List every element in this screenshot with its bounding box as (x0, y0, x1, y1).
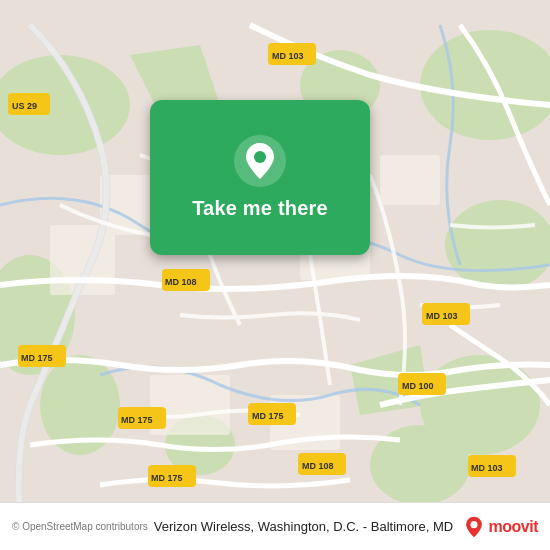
svg-text:MD 175: MD 175 (21, 353, 53, 363)
moovit-logo: moovit (463, 516, 538, 538)
svg-text:MD 103: MD 103 (272, 51, 304, 61)
take-me-there-label: Take me there (192, 197, 328, 220)
svg-rect-13 (380, 155, 440, 205)
copyright-text: © OpenStreetMap contributors (12, 521, 148, 532)
svg-text:MD 175: MD 175 (151, 473, 183, 483)
action-card[interactable]: Take me there (150, 100, 370, 255)
moovit-brand-label: moovit (489, 518, 538, 536)
svg-point-2 (445, 200, 550, 290)
map-container: US 29 MD 103 MD 108 MD 108 MD 175 MD 175… (0, 0, 550, 550)
location-pin-icon (234, 135, 286, 187)
bottom-bar: © OpenStreetMap contributors Verizon Wir… (0, 502, 550, 550)
svg-text:MD 108: MD 108 (165, 277, 197, 287)
svg-point-41 (470, 521, 477, 528)
svg-text:US 29: US 29 (12, 101, 37, 111)
svg-point-1 (420, 30, 550, 140)
svg-point-40 (254, 151, 266, 163)
svg-text:MD 100: MD 100 (402, 381, 434, 391)
svg-text:MD 103: MD 103 (471, 463, 503, 473)
svg-text:MD 175: MD 175 (121, 415, 153, 425)
svg-text:MD 103: MD 103 (426, 311, 458, 321)
svg-text:MD 108: MD 108 (302, 461, 334, 471)
location-text: Verizon Wireless, Washington, D.C. - Bal… (154, 519, 463, 534)
map-svg: US 29 MD 103 MD 108 MD 108 MD 175 MD 175… (0, 0, 550, 550)
svg-text:MD 175: MD 175 (252, 411, 284, 421)
moovit-pin-icon (463, 516, 485, 538)
